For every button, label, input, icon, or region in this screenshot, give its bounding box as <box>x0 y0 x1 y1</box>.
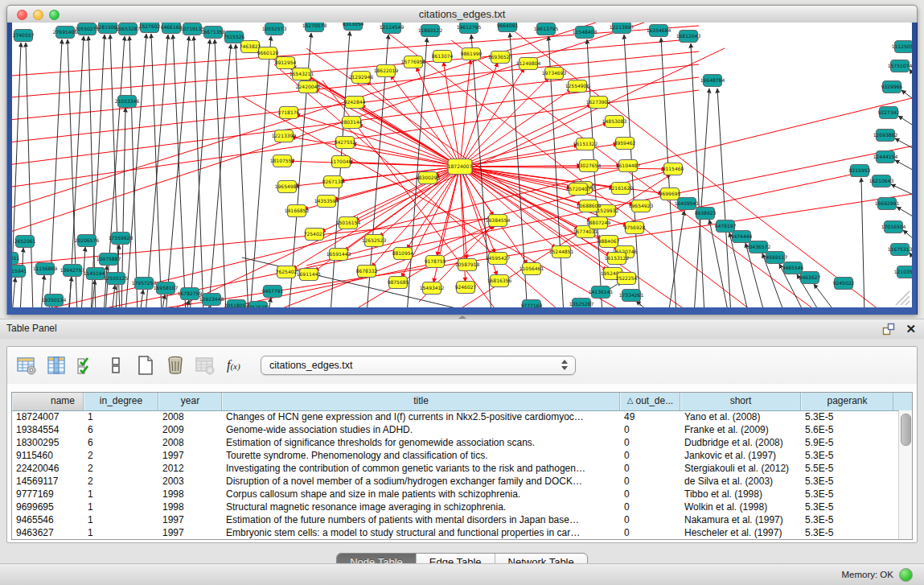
vertical-scrollbar[interactable] <box>898 410 912 539</box>
graph-node[interactable]: 9115460 <box>663 163 684 175</box>
graph-node[interactable]: 16591443 <box>326 249 351 261</box>
graph-edge[interactable] <box>910 253 912 266</box>
graph-node[interactable]: 19654923 <box>629 200 654 212</box>
graph-node[interactable]: 18300295 <box>416 172 441 184</box>
graph-node[interactable]: 15692991 <box>875 198 900 210</box>
graph-node[interactable]: 20206576 <box>75 235 100 247</box>
graph-node[interactable]: 9875685 <box>388 277 409 289</box>
graph-node[interactable]: 15493412 <box>420 282 445 295</box>
column-header-out_degree[interactable]: △out_de... <box>620 393 680 410</box>
float-panel-icon[interactable] <box>882 323 895 336</box>
table-row[interactable]: 911546021997Tourette syndrome. Phenomeno… <box>12 449 899 462</box>
graph-edge[interactable] <box>173 35 186 307</box>
graph-edge[interactable] <box>314 89 460 167</box>
window-titlebar[interactable]: citations_edges.txt <box>6 5 918 24</box>
graph-edge[interactable] <box>81 247 85 307</box>
graph-node[interactable]: 14853083 <box>602 116 627 128</box>
close-panel-icon[interactable]: ✕ <box>906 322 916 336</box>
graph-edge[interactable] <box>186 300 189 307</box>
graph-edge[interactable] <box>814 284 837 307</box>
graph-node[interactable]: 16816356 <box>487 275 512 287</box>
graph-node[interactable]: 9699695 <box>659 188 681 200</box>
graph-node[interactable]: 9457791 <box>262 286 284 298</box>
graph-node[interactable]: 9242844 <box>344 97 366 109</box>
graph-node[interactable]: 2652061 <box>14 236 36 248</box>
graph-edge[interactable] <box>417 67 460 167</box>
graph-node[interactable]: 12554906 <box>565 80 590 93</box>
memory-ok-icon[interactable] <box>899 568 913 582</box>
delete-table-icon[interactable] <box>195 355 216 376</box>
graph-node[interactable]: 9664091 <box>497 23 519 32</box>
graph-node[interactable]: 10653287 <box>116 23 141 35</box>
graph-edge[interactable] <box>208 44 231 307</box>
column-header-name[interactable]: name <box>12 393 84 410</box>
graph-node[interactable]: 16151322 <box>573 138 598 150</box>
graph-edge[interactable] <box>146 35 168 307</box>
table-row[interactable]: 977716911998Corpus callosum shape and si… <box>12 488 899 501</box>
graph-edge[interactable] <box>12 51 699 121</box>
graph-node[interactable]: 19350134 <box>42 295 67 307</box>
graph-node[interactable]: 22420046 <box>296 81 321 93</box>
graph-edge[interactable] <box>636 301 652 307</box>
graph-edge[interactable] <box>460 167 571 188</box>
graph-node[interactable]: 12213399 <box>272 130 297 142</box>
delete-column-icon[interactable] <box>165 355 186 376</box>
graph-edge[interactable] <box>140 290 143 307</box>
graph-edge[interactable] <box>151 34 162 307</box>
graph-edge[interactable] <box>897 207 912 220</box>
graph-node[interactable]: 7625402 <box>276 266 298 278</box>
graph-node[interactable]: 16671358 <box>201 27 226 39</box>
graph-node[interactable]: 9227342 <box>878 107 900 119</box>
graph-node[interactable]: 1527602 <box>139 23 161 33</box>
graph-edge[interactable] <box>515 32 885 307</box>
graph-node[interactable]: 16543211 <box>290 68 314 80</box>
graph-node[interactable]: 21292946 <box>349 72 374 84</box>
graph-node[interactable]: 8678332 <box>356 266 378 278</box>
graph-node[interactable]: 21053346 <box>115 96 140 108</box>
graph-node[interactable]: 16936527 <box>488 51 513 64</box>
table-select-dropdown[interactable]: citations_edges.txt <box>261 356 576 375</box>
graph-node[interactable]: 8613074 <box>432 51 454 63</box>
graph-node[interactable]: 17016504 <box>881 221 906 233</box>
table-row[interactable]: 946554611997Estimation of the future num… <box>12 513 899 526</box>
graph-node[interactable]: 16104487 <box>616 160 641 172</box>
graph-node[interactable]: 8313054 <box>343 23 364 31</box>
graph-node[interactable]: 12652523 <box>362 235 387 247</box>
table-row[interactable]: 2242004622012Investigating the contribut… <box>12 462 899 475</box>
graph-node[interactable]: 9246027 <box>455 282 477 294</box>
function-builder-icon[interactable]: f(x) <box>227 358 251 373</box>
graph-node[interactable]: 12213997 <box>610 23 634 34</box>
close-window-icon[interactable] <box>17 10 27 20</box>
graph-node[interactable]: 12161620 <box>609 183 634 195</box>
graph-node[interactable]: 1170046 <box>331 156 352 168</box>
graph-node[interactable]: 12093882 <box>873 130 898 142</box>
graph-edge[interactable] <box>112 285 115 307</box>
graph-node[interactable]: 11249804 <box>516 58 541 70</box>
column-header-pagerank[interactable]: pagerank <box>801 393 893 410</box>
graph-node[interactable]: 11675313 <box>888 244 912 256</box>
graph-edge[interactable] <box>895 160 912 173</box>
graph-edge[interactable] <box>367 81 460 167</box>
graph-node[interactable]: 9777169 <box>521 300 543 308</box>
graph-node[interactable]: 16354684 <box>647 25 671 37</box>
graph-edge[interactable] <box>668 211 684 307</box>
graph-node[interactable]: 19654985 <box>275 181 300 193</box>
scrollbar-thumb[interactable] <box>901 414 911 446</box>
graph-edge[interactable] <box>451 40 821 307</box>
graph-edge[interactable] <box>691 43 704 307</box>
graph-edge[interactable] <box>460 63 498 167</box>
zoom-window-icon[interactable] <box>49 10 60 20</box>
graph-node[interactable]: 12923448 <box>199 294 224 306</box>
graph-node[interactable]: 16648784 <box>700 75 725 87</box>
graph-node[interactable]: 9245022 <box>833 278 855 290</box>
graph-node[interactable]: 16409541 <box>675 198 700 210</box>
graph-node[interactable]: 8267130 <box>322 176 344 188</box>
column-header-title[interactable]: title <box>222 393 620 410</box>
graph-node[interactable]: 2522254 <box>616 273 638 285</box>
resize-grip-icon[interactable] <box>893 290 910 306</box>
table-row[interactable]: 1830029562008Estimation of significance … <box>12 436 899 449</box>
graph-node[interactable]: 8959462 <box>614 138 636 150</box>
graph-edge[interactable] <box>331 31 350 307</box>
graph-edge[interactable] <box>901 90 912 103</box>
graph-edge[interactable] <box>443 62 460 167</box>
